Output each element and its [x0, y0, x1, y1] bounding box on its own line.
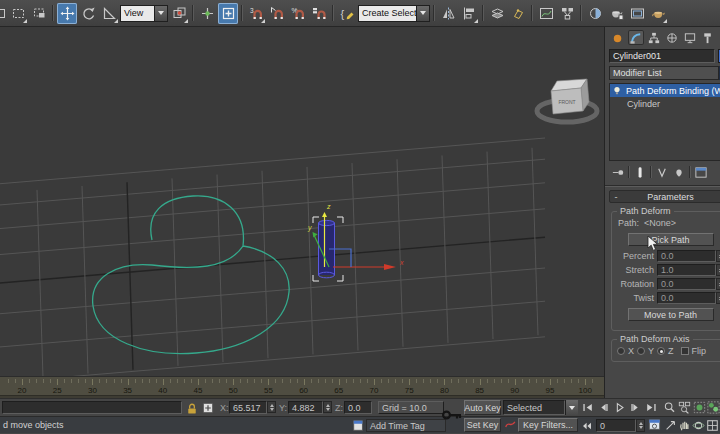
play-icon: [613, 401, 626, 414]
absolute-mode-transform-button[interactable]: [201, 401, 215, 415]
twist-field[interactable]: 0.0: [657, 292, 716, 304]
show-end-result-button[interactable]: [633, 165, 647, 180]
keyboard-shortcut-override-button[interactable]: [218, 3, 238, 24]
dropdown-arrow-icon[interactable]: [416, 6, 429, 21]
select-and-manipulate-button[interactable]: [197, 3, 217, 24]
coord-y-field[interactable]: 4.882: [288, 401, 323, 414]
previous-frame-button[interactable]: [596, 400, 611, 415]
mirror-button[interactable]: [438, 3, 458, 24]
next-frame-button[interactable]: [628, 400, 643, 415]
modifier-list-dropdown[interactable]: Modifier List: [609, 66, 719, 80]
perspective-viewport[interactable]: z y x FRONT: [0, 27, 604, 376]
pick-path-button[interactable]: Pick Path: [628, 233, 714, 246]
parameters-rollout-header[interactable]: - Parameters: [609, 190, 720, 203]
remove-modifier-button[interactable]: [672, 165, 686, 180]
timeline-tick: [184, 379, 185, 383]
display-icon: [683, 31, 697, 45]
axis-y-radio[interactable]: [637, 347, 645, 355]
axis-z-radio[interactable]: [657, 347, 665, 355]
percent-spinner[interactable]: [716, 250, 720, 262]
rendered-frame-window-button[interactable]: [627, 3, 647, 24]
align-button[interactable]: [459, 3, 479, 24]
time-slider-ruler[interactable]: 20253035404550556065707580859095100: [0, 376, 604, 398]
default-tangent-button[interactable]: [504, 418, 517, 431]
play-button[interactable]: [612, 400, 627, 415]
lightbulb-icon[interactable]: [612, 85, 624, 97]
move-to-path-button[interactable]: Move to Path: [628, 308, 714, 321]
axis-x-radio[interactable]: [617, 347, 625, 355]
zoom-region-button[interactable]: [663, 418, 678, 433]
coord-x-field[interactable]: 65.517: [229, 401, 267, 414]
go-to-end-button[interactable]: [644, 400, 659, 415]
coord-z-field[interactable]: 0.0: [344, 401, 372, 414]
zoom-all-button[interactable]: [677, 400, 692, 415]
current-frame-field[interactable]: 0: [596, 419, 636, 432]
set-key-lock-icon[interactable]: [441, 405, 463, 425]
key-mode-toggle-button[interactable]: [580, 418, 593, 433]
zoom-extents-button[interactable]: [692, 400, 707, 415]
graphite-modeling-tools-button[interactable]: [508, 3, 528, 24]
tab-display[interactable]: [682, 30, 698, 45]
tab-motion[interactable]: [664, 30, 680, 45]
pan-view-button[interactable]: [677, 418, 692, 433]
edit-named-selection-sets-button[interactable]: {: [337, 3, 357, 24]
timeline-tick: [191, 379, 192, 383]
tab-create[interactable]: [610, 30, 626, 45]
pin-stack-button[interactable]: [611, 165, 625, 180]
set-key-button[interactable]: Set Key: [464, 418, 501, 432]
spinner-snap-button[interactable]: [309, 3, 329, 24]
render-production-button[interactable]: [648, 3, 668, 24]
stretch-spinner[interactable]: [716, 264, 720, 276]
tab-modify[interactable]: [628, 30, 644, 45]
tab-hierarchy[interactable]: [646, 30, 662, 45]
clipped-toolbar-button[interactable]: [0, 3, 7, 24]
orbit-button[interactable]: [691, 418, 706, 433]
angle-snap-button[interactable]: [267, 3, 287, 24]
spline-path-object[interactable]: [93, 196, 290, 354]
reference-coordinate-system-dropdown[interactable]: View: [120, 5, 168, 22]
make-unique-button[interactable]: [655, 165, 669, 180]
zoom-extents-all-button[interactable]: [706, 400, 720, 415]
stretch-field[interactable]: 1.0: [657, 264, 716, 276]
selection-lock-button[interactable]: [185, 401, 199, 415]
configure-modifier-sets-button[interactable]: [694, 165, 708, 180]
percent-field[interactable]: 0.0: [657, 250, 716, 262]
use-pivot-point-center-button[interactable]: [169, 3, 189, 24]
viewcube[interactable]: FRONT: [537, 79, 597, 122]
select-and-scale-button[interactable]: [99, 3, 119, 24]
key-mode-dropdown[interactable]: Selected: [503, 400, 565, 415]
add-time-tag-field[interactable]: Add Time Tag: [366, 419, 446, 432]
rotation-spinner[interactable]: [716, 278, 720, 290]
twist-spinner[interactable]: [716, 292, 720, 304]
rollout-collapse-icon[interactable]: -: [610, 192, 622, 202]
key-filters-button[interactable]: Key Filters...: [518, 418, 578, 432]
render-setup-button[interactable]: [606, 3, 626, 24]
select-and-rotate-button[interactable]: [78, 3, 98, 24]
maximize-viewport-button[interactable]: [705, 418, 720, 433]
coord-x-spinner[interactable]: [267, 401, 276, 413]
coord-y-spinner[interactable]: [323, 401, 332, 413]
time-configuration-button[interactable]: [648, 418, 661, 431]
window-crossing-button[interactable]: [29, 3, 49, 24]
tab-utilities[interactable]: [700, 30, 716, 45]
object-name-field[interactable]: Cylinder001: [609, 49, 715, 63]
flip-checkbox[interactable]: [681, 347, 689, 355]
schematic-view-button[interactable]: [557, 3, 577, 24]
frame-spinner[interactable]: [636, 419, 645, 432]
rotation-field[interactable]: 0.0: [657, 278, 716, 290]
layer-manager-button[interactable]: [487, 3, 507, 24]
snap-toggle-3d-button[interactable]: 3: [246, 3, 266, 24]
material-editor-button[interactable]: [585, 3, 605, 24]
auto-key-button[interactable]: Auto Key: [464, 400, 501, 415]
named-selection-sets-dropdown[interactable]: Create Selection Set: [358, 5, 430, 22]
percent-snap-button[interactable]: %: [288, 3, 308, 24]
modifier-stack-row[interactable]: Cylinder: [610, 97, 720, 110]
curve-editor-button[interactable]: [536, 3, 556, 24]
dropdown-arrow-icon[interactable]: [154, 6, 167, 21]
zoom-button[interactable]: [662, 400, 677, 415]
key-mode-dropdown-arrow[interactable]: [565, 400, 578, 415]
select-and-move-button[interactable]: [57, 3, 77, 24]
modifier-stack-row[interactable]: Path Deform Binding (WS: [610, 84, 720, 97]
rectangular-selection-region-button[interactable]: [8, 3, 28, 24]
go-to-start-button[interactable]: [580, 400, 595, 415]
